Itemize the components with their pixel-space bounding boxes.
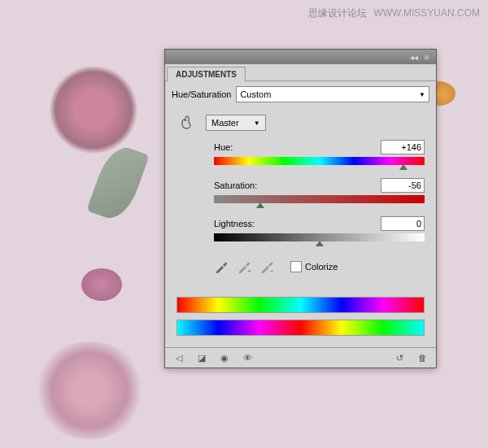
lightness-label: Lightness:	[214, 219, 255, 228]
eyedropper-subtract-icon[interactable]: −	[259, 259, 274, 274]
clip-icon[interactable]: ◪	[194, 351, 209, 364]
svg-text:−: −	[270, 267, 274, 274]
back-icon[interactable]: ◁	[172, 351, 186, 364]
adjustment-header: Hue/Saturation Custom ▼	[165, 81, 436, 106]
tab-row: ADJUSTMENTS	[165, 64, 436, 81]
hue-label: Hue:	[214, 142, 233, 152]
eyedropper-icon[interactable]	[214, 259, 229, 274]
lightness-thumb[interactable]	[316, 241, 324, 246]
reset-icon[interactable]: ↺	[392, 351, 407, 364]
preset-dropdown[interactable]: Custom ▼	[236, 86, 429, 102]
delete-icon[interactable]: 🗑	[415, 351, 429, 364]
watermark: 思缘设计论坛WWW.MISSYUAN.COM	[308, 7, 480, 20]
hue-input[interactable]: +146	[381, 140, 425, 154]
saturation-thumb[interactable]	[256, 202, 264, 208]
colorize-checkbox[interactable]: Colorize	[290, 261, 338, 272]
adjustment-title: Hue/Saturation	[172, 89, 231, 99]
checkbox-icon	[290, 261, 302, 272]
preview-icon[interactable]: 👁	[240, 351, 255, 364]
adjustments-panel: ◂◂ ≡ ADJUSTMENTS Hue/Saturation Custom ▼…	[164, 49, 437, 368]
color-range-top	[176, 297, 425, 313]
lightness-input[interactable]: 0	[381, 216, 425, 231]
tab-adjustments[interactable]: ADJUSTMENTS	[167, 67, 246, 81]
lightness-slider[interactable]	[214, 233, 425, 241]
targeted-adjustment-icon[interactable]	[176, 114, 194, 132]
colorize-label: Colorize	[305, 262, 338, 272]
hue-slider[interactable]	[214, 157, 425, 165]
channel-dropdown[interactable]: Master ▼	[206, 115, 266, 131]
panel-footer: ◁ ◪ ◉ 👁 ↺ 🗑	[165, 347, 436, 368]
panel-titlebar: ◂◂ ≡	[165, 50, 436, 64]
saturation-input[interactable]: -56	[381, 178, 425, 193]
saturation-label: Saturation:	[214, 181, 257, 190]
color-range-bottom	[176, 320, 425, 336]
hue-thumb[interactable]	[399, 164, 407, 170]
collapse-icon[interactable]: ◂◂	[408, 51, 420, 63]
visibility-icon[interactable]: ◉	[217, 351, 232, 364]
saturation-slider[interactable]	[214, 195, 425, 203]
panel-menu-icon[interactable]: ≡	[421, 51, 433, 63]
svg-text:+: +	[247, 267, 251, 274]
chevron-down-icon: ▼	[254, 120, 260, 127]
preset-value: Custom	[240, 89, 271, 99]
chevron-down-icon: ▼	[419, 91, 425, 98]
eyedropper-add-icon[interactable]: +	[237, 259, 251, 274]
channel-value: Master	[211, 118, 239, 128]
